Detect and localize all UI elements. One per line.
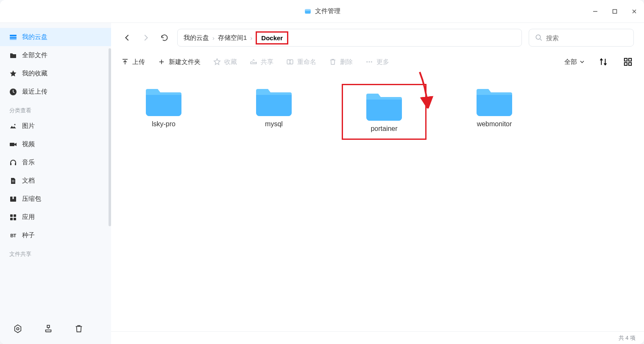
chevron-right-icon: › [250, 34, 252, 42]
svg-rect-8 [10, 39, 17, 40]
apps-icon [9, 214, 17, 221]
button-label: 上传 [132, 58, 145, 66]
svg-rect-7 [10, 37, 17, 39]
share-icon [250, 58, 257, 66]
view-grid-button[interactable] [622, 56, 634, 68]
clock-icon [9, 88, 17, 96]
more-button[interactable]: 更多 [365, 58, 389, 66]
folder-item[interactable]: lsky-pro [121, 84, 206, 140]
more-icon [365, 58, 373, 66]
window-maximize-button[interactable] [605, 0, 624, 22]
filter-label: 全部 [564, 58, 577, 66]
search-field[interactable] [546, 34, 627, 42]
svg-rect-15 [13, 197, 14, 199]
cloud-drive-icon [9, 33, 17, 41]
sidebar-item-label: 最近上传 [22, 88, 47, 96]
sidebar-item-apps[interactable]: 应用 [0, 208, 111, 226]
button-label: 新建文件夹 [169, 58, 201, 66]
window-minimize-button[interactable] [585, 0, 605, 22]
nav-refresh-button[interactable] [159, 32, 170, 44]
document-icon [9, 177, 17, 185]
svg-rect-16 [10, 214, 13, 217]
sidebar-item-videos[interactable]: 视频 [0, 135, 111, 153]
svg-rect-1 [305, 9, 311, 11]
svg-rect-31 [629, 63, 631, 65]
status-bar: 共 4 项 [111, 331, 644, 344]
sidebar-item-documents[interactable]: 文档 [0, 172, 111, 190]
image-icon [9, 122, 17, 130]
sidebar-item-images[interactable]: 图片 [0, 117, 111, 135]
svg-point-10 [14, 124, 16, 125]
folder-name: lsky-pro [152, 120, 176, 128]
favorite-button[interactable]: 收藏 [213, 58, 237, 66]
nav-forward-button[interactable] [140, 32, 152, 44]
svg-rect-17 [14, 214, 16, 217]
chevron-right-icon: › [212, 34, 215, 42]
delete-button[interactable]: 删除 [329, 58, 353, 66]
search-icon [535, 34, 543, 42]
svg-marker-20 [15, 325, 21, 333]
trash-button[interactable] [73, 323, 85, 335]
chevron-down-icon [580, 59, 585, 64]
window-close-button[interactable] [624, 0, 644, 22]
upload-button[interactable]: 上传 [121, 58, 145, 66]
folder-item[interactable]: mysql [231, 84, 316, 140]
sidebar-item-label: 我的收藏 [22, 69, 47, 78]
star-outline-icon [213, 58, 221, 66]
settings-button[interactable] [12, 323, 24, 335]
sidebar-item-label: 图片 [22, 122, 35, 130]
plus-icon [158, 58, 165, 66]
sidebar-item-all-files[interactable]: 全部文件 [0, 46, 111, 64]
svg-point-26 [369, 61, 370, 63]
button-label: 收藏 [224, 58, 237, 66]
folder-icon [477, 84, 512, 116]
sidebar-item-label: 全部文件 [22, 51, 47, 59]
main-panel: 我的云盘 › 存储空间1 › Docker 上传 新建 [111, 23, 644, 344]
sidebar-item-label: 我的云盘 [22, 33, 47, 41]
rename-button[interactable]: 重命名 [286, 58, 316, 66]
share-button[interactable]: 共享 [250, 58, 273, 66]
breadcrumb-segment[interactable]: 存储空间1 [218, 34, 247, 42]
sidebar-item-label: 文档 [22, 177, 35, 185]
folder-item-highlighted[interactable]: portainer [342, 84, 427, 140]
svg-point-23 [536, 35, 541, 39]
sidebar-item-recent-uploads[interactable]: 最近上传 [0, 83, 111, 101]
folder-icon [146, 84, 181, 116]
rename-icon [286, 58, 294, 66]
sidebar-item-torrents[interactable]: BT 种子 [0, 226, 111, 244]
archive-icon [9, 195, 17, 203]
svg-point-25 [366, 61, 368, 63]
breadcrumb[interactable]: 我的云盘 › 存储空间1 › Docker [177, 29, 522, 47]
sidebar-item-my-cloud[interactable]: 我的云盘 [0, 28, 111, 46]
svg-point-27 [371, 61, 372, 63]
sort-button[interactable] [597, 56, 609, 68]
folder-icon [366, 89, 402, 121]
svg-rect-13 [15, 163, 16, 165]
svg-rect-6 [10, 35, 17, 36]
sidebar-item-label: 音乐 [22, 158, 35, 166]
button-label: 共享 [261, 58, 273, 66]
folder-name: mysql [265, 120, 283, 128]
breadcrumb-segment-current[interactable]: Docker [256, 31, 288, 44]
breadcrumb-segment[interactable]: 我的云盘 [184, 34, 209, 42]
folder-item[interactable]: webmonitor [452, 84, 537, 140]
nav-back-button[interactable] [121, 32, 133, 44]
svg-point-21 [17, 327, 19, 330]
window-title: 文件管理 [315, 7, 340, 15]
mount-button[interactable] [42, 323, 54, 335]
button-label: 更多 [376, 58, 389, 66]
search-input[interactable] [529, 29, 634, 47]
new-folder-button[interactable]: 新建文件夹 [158, 58, 201, 66]
trash-icon [329, 58, 337, 66]
filter-dropdown[interactable]: 全部 [564, 58, 585, 66]
bt-icon: BT [9, 233, 17, 238]
sidebar-section-categories: 分类查看 [0, 101, 111, 117]
folder-icon [256, 84, 292, 116]
svg-rect-3 [613, 9, 617, 13]
svg-rect-11 [10, 143, 14, 146]
sidebar-item-favorites[interactable]: 我的收藏 [0, 64, 111, 83]
sidebar-item-music[interactable]: 音乐 [0, 153, 111, 172]
item-count: 共 4 项 [619, 334, 636, 342]
sidebar-item-label: 视频 [22, 140, 35, 148]
sidebar-item-archives[interactable]: 压缩包 [0, 190, 111, 208]
